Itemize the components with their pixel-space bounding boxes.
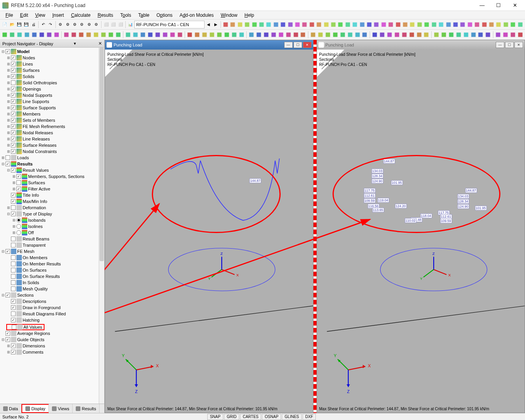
toolbar-icon[interactable] (209, 31, 215, 39)
new-icon[interactable]: 📄 (2, 21, 8, 28)
toolbar-icon[interactable] (187, 31, 193, 39)
toolbar-icon[interactable] (285, 31, 292, 39)
tool-icon[interactable]: ⬜ (110, 21, 116, 28)
toolbar-icon[interactable] (9, 31, 16, 39)
tree-toggle-icon[interactable]: ⊟ (6, 168, 11, 172)
tree-label[interactable]: Type of Display (23, 212, 52, 216)
menu-tools[interactable]: Tools (117, 12, 134, 19)
tree-label[interactable]: Nodes (23, 55, 35, 60)
toolbar-icon[interactable] (310, 31, 317, 39)
checkbox-icon[interactable] (11, 305, 16, 310)
loadcase-combo[interactable]: RF-PUNCH Pro CA1 - CEN (134, 21, 205, 28)
tree-label[interactable]: Results (17, 162, 33, 166)
toolbar-icon[interactable] (223, 31, 230, 39)
saveas-icon[interactable]: 💾 (23, 21, 29, 28)
tree-toggle-icon[interactable]: ⊞ (6, 75, 11, 78)
tree-toggle-icon[interactable]: ⊞ (12, 231, 16, 235)
tree-label[interactable]: All Values (23, 325, 42, 329)
tree-item[interactable]: Title Info (1, 192, 103, 198)
tree-item[interactable]: ⊟Result Values (1, 167, 103, 173)
toolbar-icon[interactable] (416, 21, 423, 28)
toolbar-icon[interactable] (265, 21, 272, 28)
tree-item[interactable]: Average Regions (1, 330, 103, 336)
tool-icon[interactable]: ⬜ (103, 21, 109, 28)
print-icon[interactable]: 🖨 (30, 21, 37, 28)
toolbar-icon[interactable] (287, 21, 293, 28)
tree-item[interactable]: ⊞Surfaces (1, 67, 103, 73)
toolbar-icon[interactable] (330, 21, 336, 28)
tree-item[interactable]: ⊞Members (1, 111, 103, 117)
toolbar-icon[interactable] (107, 31, 114, 39)
checkbox-icon[interactable] (11, 118, 16, 123)
view-close-icon[interactable]: ✕ (514, 42, 523, 48)
toolbar-icon[interactable] (216, 31, 222, 39)
toolbar-icon[interactable] (231, 31, 237, 39)
toolbar-icon[interactable] (509, 31, 516, 39)
checkbox-icon[interactable] (16, 187, 21, 191)
tree-toggle-icon[interactable]: ⊞ (6, 149, 11, 153)
tree-label[interactable]: Transparent (23, 243, 46, 247)
toolbar-icon[interactable] (244, 21, 250, 28)
checkbox-icon[interactable] (11, 205, 16, 210)
toolbar-icon[interactable] (467, 21, 473, 28)
checkbox-icon[interactable] (5, 337, 10, 342)
tree-toggle-icon[interactable]: ⊞ (6, 350, 11, 354)
toolbar-icon[interactable] (424, 21, 430, 28)
view-maximize-icon[interactable]: ☐ (294, 42, 302, 48)
tree-label[interactable]: Members (23, 112, 41, 116)
toolbar-icon[interactable] (452, 21, 459, 28)
tree-label[interactable]: Loads (17, 155, 29, 160)
minimize-button[interactable]: — (474, 0, 490, 11)
checkbox-icon[interactable] (11, 243, 16, 247)
toolbar-icon[interactable] (71, 31, 77, 39)
tree-item[interactable]: On Surface Results (1, 273, 103, 279)
tree-toggle-icon[interactable]: ⊟ (1, 338, 5, 342)
tree-label[interactable]: Surfaces (23, 68, 39, 73)
tree-item[interactable]: ⊞Nodal Supports (1, 92, 103, 98)
view-right-canvas[interactable]: Punching Load Shear Force at Critical Pe… (317, 50, 525, 413)
tree-toggle-icon[interactable]: ⊞ (1, 156, 5, 160)
toolbar-icon[interactable] (100, 31, 107, 39)
toolbar-icon[interactable] (53, 31, 60, 39)
checkbox-icon[interactable] (11, 311, 16, 316)
tree-label[interactable]: Descriptions (23, 299, 46, 304)
checkbox-icon[interactable] (11, 80, 16, 85)
menu-insert[interactable]: Insert (49, 12, 67, 19)
toolbar-icon[interactable] (273, 21, 279, 28)
tree-item[interactable]: ⊞Line Releases (1, 136, 103, 142)
checkbox-icon[interactable] (11, 87, 16, 91)
tree-item[interactable]: ⊞Nodal Releases (1, 130, 103, 136)
tree-label[interactable]: Members, Supports, Sections (28, 174, 84, 179)
checkbox-icon[interactable] (11, 99, 16, 104)
toolbar-icon[interactable] (423, 31, 430, 39)
toolbar-icon[interactable] (294, 21, 301, 28)
tree-item[interactable]: ⊞Isolines (1, 223, 103, 230)
tree-toggle-icon[interactable]: ⊞ (12, 181, 16, 185)
tree-toggle-icon[interactable]: ⊞ (6, 143, 11, 147)
status-dxf[interactable]: DXF (303, 414, 316, 420)
radio-icon[interactable] (16, 224, 21, 229)
tree-label[interactable]: Nodal Releases (23, 130, 53, 135)
checkbox-icon[interactable] (11, 168, 16, 173)
status-glines[interactable]: GLINES (282, 414, 302, 420)
next-icon[interactable]: ▶ (213, 21, 219, 28)
tree-item[interactable]: ⊟FE Mesh (1, 248, 103, 254)
tool-icon[interactable]: ⚙ (71, 21, 78, 28)
menu-calculate[interactable]: Calculate (68, 12, 94, 19)
checkbox-icon[interactable] (5, 49, 10, 54)
tool-icon[interactable]: ⚙ (79, 21, 85, 28)
menu-table[interactable]: Table (135, 12, 153, 19)
toolbar-icon[interactable] (237, 21, 243, 28)
tree-label[interactable]: Surface Supports (23, 105, 56, 110)
checkbox-icon[interactable] (16, 180, 21, 185)
toolbar-icon[interactable] (339, 31, 346, 39)
menu-help[interactable]: Help (241, 12, 257, 19)
toolbar-icon[interactable] (381, 21, 387, 28)
tree-item[interactable]: On Surfaces (1, 267, 103, 273)
checkbox-icon[interactable] (16, 174, 21, 179)
tree-label[interactable]: Comments (23, 350, 43, 354)
toolbar-icon[interactable] (495, 21, 502, 28)
navigator-pin-icon[interactable]: ▾ (74, 41, 76, 46)
checkbox-icon[interactable] (5, 162, 10, 166)
tree-item[interactable]: ⊟Type of Display (1, 211, 103, 217)
